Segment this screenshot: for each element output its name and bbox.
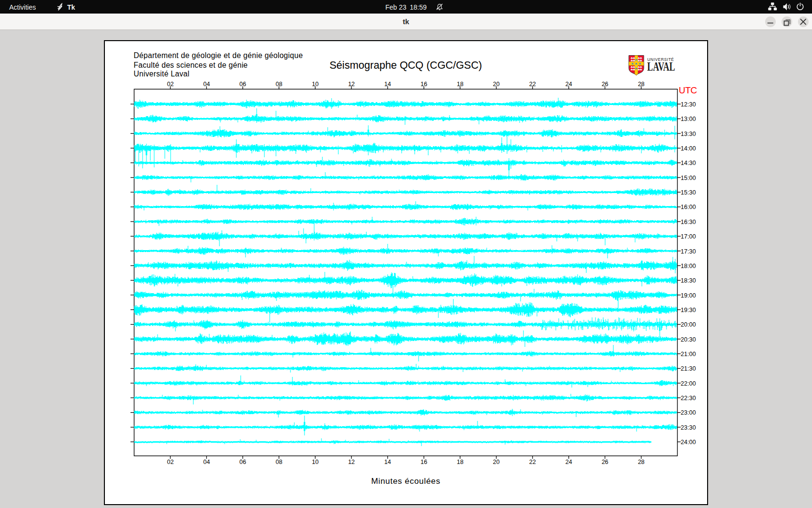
svg-text:23:30: 23:30 [681,424,696,431]
svg-text:22:30: 22:30 [681,395,696,402]
svg-text:10: 10 [312,459,319,465]
svg-text:15:30: 15:30 [681,189,696,196]
svg-text:04: 04 [203,81,210,88]
svg-text:19:00: 19:00 [681,292,696,299]
svg-text:28: 28 [638,459,645,465]
svg-text:18: 18 [457,459,464,465]
svg-text:LAVAL: LAVAL [647,59,675,73]
svg-text:12: 12 [348,459,355,465]
svg-text:20:30: 20:30 [681,336,696,343]
svg-text:UTC: UTC [679,85,696,95]
svg-text:08: 08 [276,459,282,465]
svg-text:23:00: 23:00 [681,409,696,416]
svg-text:20:00: 20:00 [681,321,696,328]
svg-text:18:30: 18:30 [681,277,696,284]
svg-text:24: 24 [566,81,572,88]
svg-text:20: 20 [493,459,500,465]
svg-text:18: 18 [457,81,464,88]
svg-text:Séismographe QCQ (CGC/GSC): Séismographe QCQ (CGC/GSC) [330,59,482,71]
svg-text:14: 14 [384,459,391,465]
svg-text:26: 26 [602,459,609,465]
svg-text:16:30: 16:30 [681,219,696,225]
svg-text:16: 16 [420,459,427,465]
svg-text:21:00: 21:00 [681,351,696,358]
svg-text:17:00: 17:00 [681,233,696,240]
svg-text:22:00: 22:00 [681,380,696,387]
svg-text:08: 08 [276,81,282,88]
svg-text:Minutes écoulées: Minutes écoulées [371,477,440,486]
svg-text:15:00: 15:00 [681,175,696,181]
svg-text:20: 20 [493,81,500,88]
svg-text:22: 22 [529,81,536,88]
svg-text:14:00: 14:00 [681,145,696,152]
svg-text:18:00: 18:00 [681,263,696,269]
svg-text:Faculté des sciences et de gén: Faculté des sciences et de génie [134,61,248,69]
svg-text:24: 24 [566,459,572,465]
svg-text:26: 26 [602,81,609,88]
svg-text:28: 28 [638,81,645,88]
svg-text:12: 12 [348,81,355,88]
svg-text:06: 06 [239,459,246,465]
svg-text:19:30: 19:30 [681,307,696,314]
svg-text:14:30: 14:30 [681,160,696,166]
svg-text:16: 16 [420,81,427,88]
svg-text:24:00: 24:00 [681,439,696,446]
svg-text:16:00: 16:00 [681,204,696,210]
svg-text:13:00: 13:00 [681,116,696,122]
svg-text:06: 06 [239,81,246,88]
svg-text:Université Laval: Université Laval [134,70,189,78]
svg-text:02: 02 [167,459,174,465]
svg-text:Département de géologie et de: Département de géologie et de génie géol… [134,51,303,60]
svg-text:21:30: 21:30 [681,365,696,372]
svg-text:02: 02 [167,81,174,88]
svg-text:10: 10 [312,81,319,88]
svg-text:17:30: 17:30 [681,248,696,255]
svg-text:14: 14 [384,81,391,88]
svg-text:04: 04 [203,459,210,465]
svg-text:12:30: 12:30 [681,101,696,108]
svg-text:22: 22 [529,459,536,465]
svg-text:13:30: 13:30 [681,131,696,137]
